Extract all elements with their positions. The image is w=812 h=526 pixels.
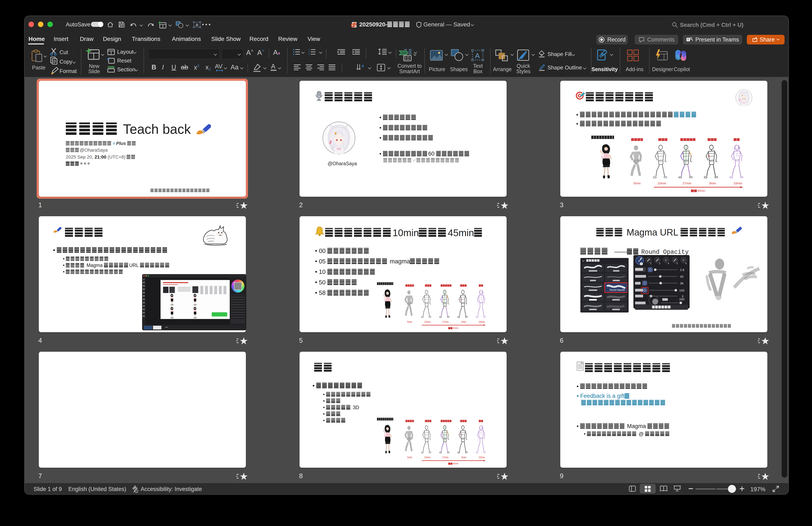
svg-text:36: 36	[680, 282, 683, 285]
svg-text:6: 6	[685, 262, 687, 265]
svg-text:100: 100	[679, 297, 684, 301]
svg-text:T: T	[687, 38, 689, 41]
svg-text:+: +	[682, 258, 684, 262]
svg-text:35: 35	[680, 275, 683, 278]
svg-text:1: 1	[641, 262, 642, 265]
svg-text:Round Opacity: Round Opacity	[610, 288, 625, 291]
svg-text:3: 3	[659, 262, 660, 265]
svg-text:+: +	[665, 258, 667, 262]
svg-text:4: 4	[668, 262, 669, 265]
svg-text:2.6: 2.6	[680, 268, 684, 272]
svg-text:5: 5	[677, 262, 678, 265]
svg-text:100: 100	[679, 288, 684, 292]
svg-text:3: 3	[308, 53, 310, 55]
svg-text:2: 2	[308, 51, 310, 53]
svg-text:A: A	[361, 64, 364, 68]
svg-text:P: P	[352, 24, 353, 27]
svg-text:2: 2	[650, 262, 651, 265]
svg-text:A: A	[195, 23, 199, 27]
svg-text:A: A	[475, 52, 480, 59]
svg-text:1: 1	[308, 49, 310, 51]
